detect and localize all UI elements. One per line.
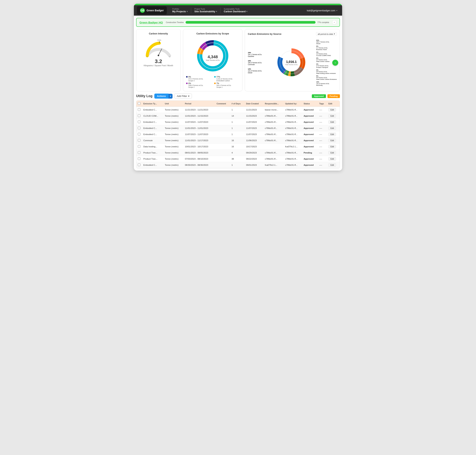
cell-emission-type-6: Data hosting... (142, 144, 163, 150)
cell-status-8: Approved (302, 156, 318, 162)
row-checkbox-1 (136, 113, 142, 119)
source-center: 1,016.1 Total Tonnes eCO₂ (285, 60, 298, 65)
cell-edit-7: Edit (327, 150, 340, 156)
table-row: Embodied C... Tonne (metric) 11/21/2023 … (136, 107, 340, 113)
cell-days-4: 1 (230, 131, 244, 138)
project-tools-chevron-icon: ▾ (216, 10, 217, 12)
row-checkbox-3 (136, 125, 142, 131)
log-table: Emission Ty... Unit Period Comment # of … (136, 101, 340, 168)
cell-status-5: Approved (302, 138, 318, 144)
nav-portfolio[interactable]: Portfolio My Projects ▾ (170, 7, 190, 14)
table-header-row: Emission Ty... Unit Period Comment # of … (136, 101, 340, 107)
app-container: GB Green Badger Portfolio My Projects ▾ … (134, 4, 342, 171)
project-name[interactable]: Green Badger HQ (139, 21, 163, 24)
cell-emission-type-0: Embodied C... (142, 107, 163, 113)
cell-date-created-7: 09/29/2023 (244, 150, 263, 156)
cell-comment-9 (215, 162, 230, 168)
cell-date-created-1: 11/15/2023 (244, 113, 263, 119)
sustainability-chevron-icon: ▾ (246, 10, 247, 12)
source-total-label: Total Tonnes eCO₂ (285, 64, 298, 65)
edit-button-3[interactable]: Edit (328, 127, 336, 130)
row-select-2[interactable] (138, 121, 140, 123)
row-select-1[interactable] (138, 114, 140, 117)
edit-button-2[interactable]: Edit (328, 120, 336, 124)
cell-unit-8: Tonne (metric) (163, 156, 184, 162)
cell-emission-type-5: Commute (142, 138, 163, 144)
cell-comment-4 (215, 131, 230, 138)
edit-button-7[interactable]: Edit (328, 151, 336, 154)
utility-section: Utility Log Actions ▾ Add Filter ▾ Appro… (136, 94, 340, 168)
nav-user[interactable]: kati@getgreenbadger.com ▾ (305, 8, 339, 13)
cell-responsible-0: kiaran mcne... (263, 107, 283, 113)
table-row: CLOUD COM... Tonne (metric) 11/01/2023 -… (136, 113, 340, 119)
cell-status-6: Approved (302, 144, 318, 150)
row-select-7[interactable] (138, 151, 140, 154)
cell-days-2: 1 (230, 119, 244, 125)
edit-button-5[interactable]: Edit (328, 139, 336, 142)
nav-logo[interactable]: GB Green Badger (137, 6, 167, 15)
table-row: Embodied C... Tonne (metric) 11/07/2023 … (136, 131, 340, 138)
user-chevron-icon: ▾ (336, 9, 337, 12)
nav-portfolio-sub: Portfolio (172, 8, 188, 10)
edit-button-0[interactable]: Edit (328, 108, 336, 111)
source-header: Carbon Emissions by Source all-period-to… (248, 32, 337, 36)
utility-log-title: Utility Log (136, 94, 153, 98)
nav: GB Green Badger Portfolio My Projects ▾ … (134, 5, 342, 16)
row-select-4[interactable] (138, 133, 140, 135)
col-updated-by: Updated by: (284, 101, 302, 107)
edit-button-9[interactable]: Edit (328, 163, 336, 167)
top-bar (134, 4, 342, 5)
row-select-8[interactable] (138, 157, 140, 160)
scope-legend-item-1: 77% 3,331.8 Tonnes eCO₂ Embodied Carbon (214, 76, 239, 82)
cell-emission-type-3: Embodied C... (142, 125, 163, 131)
cell-updated-by-4: c78fdc91-ff... (284, 131, 302, 138)
cell-responsible-2: c78fdc91-ff... (263, 119, 283, 125)
period-chevron-icon: ▾ (334, 33, 335, 35)
cell-responsible-1: c78fdc91-ff... (263, 113, 283, 119)
row-checkbox-8 (136, 156, 142, 162)
col-edit: Edit (327, 101, 340, 107)
cell-days-0: 1 (230, 107, 244, 113)
timeline-percent: 77% complete (317, 21, 329, 24)
period-select[interactable]: all-period-to-date ▾ (316, 32, 337, 36)
cell-unit-9: Tonne (metric) (163, 162, 184, 168)
cell-updated-by-6: fca079c2-1... (284, 144, 302, 150)
edit-button-8[interactable]: Edit (328, 157, 336, 161)
edit-button-1[interactable]: Edit (328, 114, 336, 118)
cell-period-6: 10/01/2023 - 10/17/2023 (183, 144, 215, 150)
edit-button-4[interactable]: Edit (328, 133, 336, 136)
cell-updated-by-3: c78fdc91-ff... (284, 125, 302, 131)
svg-text:GB: GB (141, 9, 145, 12)
cell-comment-0 (215, 107, 230, 113)
table-row: Data hosting... Tonne (metric) 10/01/202… (136, 144, 340, 150)
row-select-6[interactable] (138, 145, 140, 148)
cell-edit-1: Edit (327, 113, 340, 119)
row-select-0[interactable] (138, 108, 140, 111)
cell-period-9: 08/30/2023 - 08/30/2023 (183, 162, 215, 168)
cell-emission-type-9: Embodied C... (142, 162, 163, 168)
actions-button[interactable]: Actions (154, 94, 169, 98)
row-select-5[interactable] (138, 139, 140, 142)
row-select-9[interactable] (138, 163, 140, 166)
add-filter-button[interactable]: Add Filter ▾ (174, 94, 192, 98)
scope-legend-item-0: 9% 372.9 Tonnes eCO₂ Scope 3 (186, 76, 211, 82)
carbon-scope-card: Carbon Emissions by Scope (183, 29, 242, 91)
row-checkbox-2 (136, 119, 142, 125)
nav-sustainability-main: Carbon Dashboard ▾ (224, 10, 247, 13)
nav-sustainability-tools[interactable]: Sustainability Tools Carbon Dashboard ▾ (221, 7, 250, 14)
col-days: # of Days (230, 101, 244, 107)
source-left-labels: 19% 191.1 Tonnes eCO₂ Gasoline 19% 190.3… (248, 37, 262, 88)
actions-dropdown-button[interactable]: ▾ (169, 94, 173, 98)
cell-days-1: 14 (230, 113, 244, 119)
cards-row: Carbon Intensity GOAL 6 0 3 (136, 29, 340, 91)
cell-tags-9: ---- (318, 162, 327, 168)
cell-status-2: Approved (302, 119, 318, 125)
row-select-3[interactable] (138, 127, 140, 129)
select-all-checkbox[interactable] (138, 102, 140, 105)
edit-button-6[interactable]: Edit (328, 145, 336, 148)
cell-edit-2: Edit (327, 119, 340, 125)
collapse-button[interactable]: ‹ (332, 20, 337, 24)
nav-project-tools[interactable]: Project Tools Site Sustainability ▾ (192, 7, 220, 14)
next-button[interactable]: › (332, 60, 338, 66)
cell-days-5: 16 (230, 138, 244, 144)
